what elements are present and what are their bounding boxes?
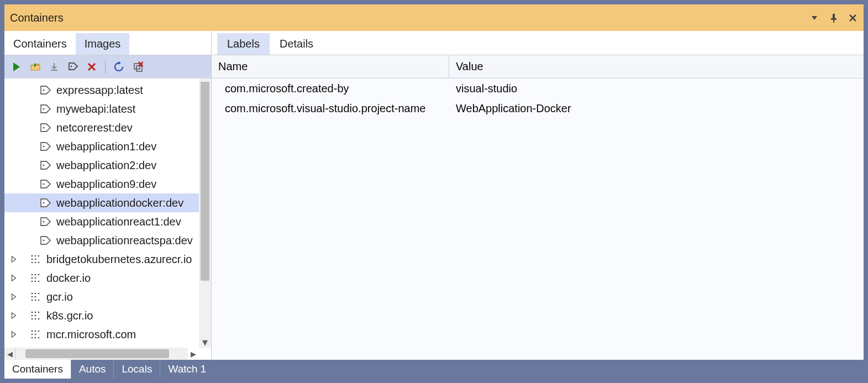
images-toolbar [4, 55, 211, 78]
tree-item-label: gcr.io [46, 291, 73, 303]
image-item[interactable]: netcorerest:dev [4, 118, 199, 137]
tree-item-label: mywebapi:latest [56, 103, 135, 116]
image-tag-icon [39, 121, 52, 134]
open-folder-icon [30, 61, 41, 72]
scroll-left-arrow[interactable]: ◂ [4, 348, 15, 360]
containers-tool-window: Containers ContainersImages expressapp:l… [4, 4, 864, 379]
vertical-scrollbar[interactable]: ▴ ▾ [199, 78, 211, 348]
images-tree[interactable]: expressapp:latestmywebapi:latestnetcorer… [4, 78, 199, 348]
label-row[interactable]: com.microsoft.created-byvisual-studio [212, 78, 864, 98]
image-tag-icon [39, 196, 52, 209]
titlebar: Containers [4, 4, 864, 31]
labels-grid-body: com.microsoft.created-byvisual-studiocom… [212, 78, 864, 360]
bottom-tab-watch-1[interactable]: Watch 1 [160, 360, 214, 379]
expander-icon[interactable] [9, 274, 19, 282]
tree-item-label: webapplication9:dev [56, 178, 156, 191]
registry-icon [29, 309, 42, 322]
details-panel: LabelsDetails Name Value com.microsoft.c… [212, 31, 864, 360]
scroll-down-arrow[interactable]: ▾ [199, 337, 211, 348]
bottom-tab-containers[interactable]: Containers [4, 360, 71, 379]
label-name-cell: com.microsoft.visual-studio.project-name [212, 102, 449, 115]
tree-item-label: docker.io [46, 272, 91, 285]
image-tag-icon [39, 102, 52, 116]
vertical-scroll-thumb[interactable] [201, 82, 209, 281]
column-header-name[interactable]: Name [212, 55, 449, 78]
tree-item-label: mcr.microsoft.com [46, 328, 136, 341]
left-tab-containers[interactable]: Containers [4, 33, 76, 55]
registry-icon [29, 290, 42, 303]
open-button[interactable] [27, 58, 44, 76]
image-item[interactable]: webapplication1:dev [4, 137, 199, 156]
horizontal-scroll-thumb[interactable] [25, 349, 169, 358]
tree-item-label: k8s.gcr.io [46, 309, 93, 322]
prune-icon [132, 61, 143, 72]
image-tag-icon [39, 215, 52, 228]
run-button[interactable] [8, 58, 25, 76]
image-item[interactable]: webapplication2:dev [4, 156, 199, 175]
tree-item-label: webapplicationreact1:dev [56, 216, 181, 228]
labels-grid-header: Name Value [212, 55, 864, 78]
image-item[interactable]: expressapp:latest [4, 81, 199, 99]
window-options-button[interactable] [807, 10, 823, 25]
refresh-button[interactable] [110, 58, 128, 76]
registry-item[interactable]: bridgetokubernetes.azurecr.io [4, 250, 199, 269]
image-item[interactable]: mywebapi:latest [4, 99, 199, 118]
registry-icon [29, 328, 42, 341]
download-icon [49, 61, 60, 72]
right-tab-labels[interactable]: Labels [217, 33, 270, 55]
image-tag-icon [39, 234, 52, 247]
registry-item[interactable]: gcr.io [4, 287, 199, 306]
image-item[interactable]: webapplicationdocker:dev [4, 193, 199, 212]
scroll-right-arrow[interactable]: ▸ [188, 348, 199, 360]
tree-item-label: webapplication2:dev [56, 159, 156, 172]
label-value-cell: WebApplication-Docker [449, 102, 864, 115]
toolbar-divider [105, 60, 106, 74]
delete-icon [86, 61, 97, 72]
play-icon [11, 61, 22, 72]
pin-button[interactable] [826, 10, 841, 25]
pull-button[interactable] [45, 58, 63, 76]
column-header-value[interactable]: Value [449, 55, 864, 78]
horizontal-scrollbar[interactable]: ◂ ▸ [4, 348, 199, 360]
image-tag-icon [39, 83, 52, 97]
image-item[interactable]: webapplication9:dev [4, 175, 199, 193]
bottom-tab-strip: ContainersAutosLocalsWatch 1 [4, 360, 864, 379]
label-row[interactable]: com.microsoft.visual-studio.project-name… [212, 98, 864, 118]
registry-icon [29, 271, 42, 285]
left-panel: ContainersImages expressapp:latestmyweba… [4, 31, 212, 360]
image-tag-icon [39, 140, 52, 153]
right-tab-strip: LabelsDetails [212, 31, 864, 55]
registry-item[interactable]: mcr.microsoft.com [4, 325, 199, 344]
image-item[interactable]: webapplicationreact1:dev [4, 212, 199, 231]
tag-icon [67, 61, 78, 72]
expander-icon[interactable] [9, 330, 19, 338]
expander-icon[interactable] [9, 293, 19, 301]
tree-item-label: webapplicationreactspa:dev [56, 234, 193, 247]
image-item[interactable]: webapplicationreactspa:dev [4, 231, 199, 250]
left-tab-images[interactable]: Images [76, 33, 130, 55]
right-tab-details[interactable]: Details [270, 33, 323, 55]
tree-item-label: webapplicationdocker:dev [56, 197, 183, 209]
expander-icon[interactable] [9, 255, 19, 263]
left-tab-strip: ContainersImages [4, 31, 211, 55]
prune-button[interactable] [129, 58, 146, 76]
image-tag-icon [39, 159, 52, 172]
expander-icon[interactable] [9, 312, 19, 319]
delete-button[interactable] [83, 58, 101, 76]
image-tag-icon [39, 177, 52, 191]
tree-item-label: expressapp:latest [56, 84, 143, 97]
registry-item[interactable]: docker.io [4, 269, 199, 287]
tree-item-label: bridgetokubernetes.azurecr.io [46, 253, 192, 266]
bottom-tab-autos[interactable]: Autos [71, 360, 114, 379]
close-button[interactable] [845, 10, 860, 25]
tree-item-label: webapplication1:dev [56, 140, 156, 153]
tree-item-label: netcorerest:dev [56, 122, 133, 134]
window-title: Containers [10, 12, 64, 24]
refresh-icon [113, 61, 124, 72]
bottom-tab-locals[interactable]: Locals [113, 360, 160, 379]
registry-icon [29, 253, 42, 266]
label-name-cell: com.microsoft.created-by [212, 82, 449, 95]
registry-item[interactable]: k8s.gcr.io [4, 306, 199, 325]
tag-button[interactable] [64, 58, 82, 76]
label-value-cell: visual-studio [449, 82, 864, 95]
